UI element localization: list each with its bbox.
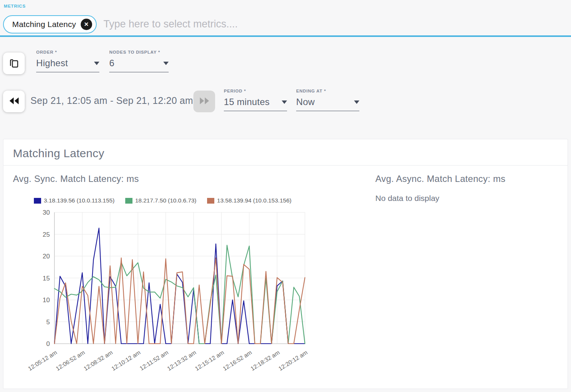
rewind-icon	[9, 97, 19, 106]
svg-text:12:18:32 am: 12:18:32 am	[249, 349, 281, 372]
selected-metric-chip-label: Matching Latency	[12, 20, 76, 29]
legend-item[interactable]: 3.18.139.56 (10.0.113.155)	[34, 197, 115, 204]
order-field: ORDER * Highest	[36, 50, 99, 72]
svg-text:12:20:12 am: 12:20:12 am	[277, 349, 308, 372]
svg-text:5: 5	[46, 319, 50, 326]
async-chart-title: Avg. Async. Match Latency: ms	[375, 174, 506, 184]
svg-text:10: 10	[43, 296, 50, 304]
sync-chart-title: Avg. Sync. Match Latency: ms	[13, 174, 139, 184]
svg-text:0: 0	[46, 340, 50, 347]
svg-text:12:10:12 am: 12:10:12 am	[110, 349, 142, 372]
legend-series-name: 13.58.139.94 (10.0.153.156)	[217, 197, 292, 204]
copy-charts-button[interactable]	[3, 53, 25, 74]
fast-forward-icon	[199, 97, 210, 106]
copy-icon	[8, 57, 20, 70]
svg-text:12:16:52 am: 12:16:52 am	[222, 349, 253, 372]
legend-swatch	[34, 198, 41, 204]
async-no-data-text: No data to display	[375, 194, 439, 203]
nodes-select[interactable]: 6	[109, 58, 169, 72]
period-value: 15 minutes	[224, 97, 270, 107]
period-field: PERIOD * 15 minutes	[224, 89, 287, 111]
svg-text:12:15:12 am: 12:15:12 am	[194, 349, 225, 372]
order-select[interactable]: Highest	[36, 58, 99, 72]
matching-latency-panel: Matching Latency Avg. Sync. Match Latenc…	[3, 139, 568, 389]
svg-text:25: 25	[43, 231, 50, 238]
next-period-button[interactable]	[193, 91, 215, 112]
divider	[3, 165, 568, 166]
svg-text:12:13:32 am: 12:13:32 am	[166, 349, 197, 372]
panel-title: Matching Latency	[13, 147, 104, 160]
order-label: ORDER *	[36, 50, 99, 54]
legend-swatch	[207, 198, 214, 204]
chevron-down-icon	[354, 100, 359, 104]
legend-item[interactable]: 18.217.7.50 (10.0.6.73)	[125, 197, 196, 204]
legend-item[interactable]: 13.58.139.94 (10.0.153.156)	[207, 197, 292, 204]
svg-text:15: 15	[43, 275, 50, 282]
legend-series-name: 18.217.7.50 (10.0.6.73)	[135, 197, 196, 204]
ending-at-label: ENDING AT *	[296, 89, 359, 93]
ending-at-select[interactable]: Now	[296, 97, 359, 111]
legend-series-name: 3.18.139.56 (10.0.113.155)	[44, 197, 115, 204]
chevron-down-icon	[282, 100, 287, 104]
ending-at-value: Now	[296, 97, 315, 107]
svg-text:12:06:52 am: 12:06:52 am	[55, 349, 86, 372]
metrics-dashboard: METRICS Matching Latency ✕ ORDER * Highe…	[0, 0, 571, 392]
nodes-label: NODES TO DISPLAY *	[109, 50, 169, 54]
ending-at-field: ENDING AT * Now	[296, 89, 359, 111]
chart-legend: 3.18.139.56 (10.0.113.155)18.217.7.50 (1…	[34, 197, 292, 204]
legend-swatch	[125, 198, 132, 204]
svg-text:30: 30	[43, 209, 50, 216]
svg-text:12:08:32 am: 12:08:32 am	[83, 349, 114, 372]
period-select[interactable]: 15 minutes	[224, 97, 287, 111]
svg-text:20: 20	[43, 253, 50, 260]
metrics-section-label: METRICS	[4, 4, 26, 8]
order-value: Highest	[36, 58, 68, 69]
svg-text:12:05:12 am: 12:05:12 am	[27, 349, 58, 372]
metric-select-bar: Matching Latency ✕	[0, 13, 571, 37]
selected-metric-chip[interactable]: Matching Latency ✕	[3, 15, 97, 33]
period-label: PERIOD *	[224, 89, 287, 93]
metric-search-input[interactable]	[104, 18, 571, 30]
date-range-text: Sep 21, 12:05 am - Sep 21, 12:20 am	[30, 95, 193, 106]
chevron-down-icon	[94, 62, 99, 65]
chevron-down-icon	[163, 62, 169, 65]
sync-latency-chart: 05101520253012:05:12 am12:06:52 am12:08:…	[11, 207, 319, 387]
nodes-field: NODES TO DISPLAY * 6	[109, 50, 169, 72]
previous-period-button[interactable]	[3, 91, 25, 112]
nodes-value: 6	[109, 58, 115, 69]
remove-metric-icon[interactable]: ✕	[81, 19, 92, 30]
svg-text:12:11:52 am: 12:11:52 am	[139, 349, 169, 371]
